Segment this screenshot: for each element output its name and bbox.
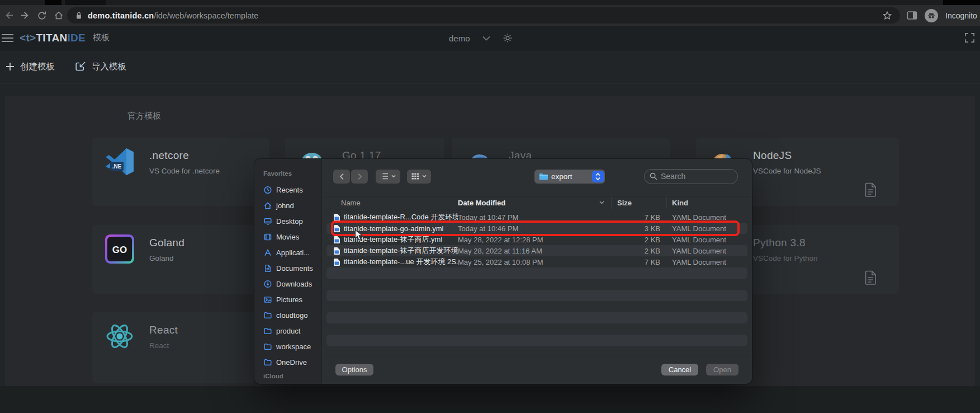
empty-row [326,267,747,279]
empty-row [326,290,747,301]
react-icon [103,320,136,353]
column-date-modified[interactable]: Date Modified [458,196,612,209]
list-view-button[interactable] [376,170,400,184]
options-button[interactable]: Options [335,364,373,376]
mouse-cursor [354,229,363,243]
yaml-file-icon [329,247,344,255]
template-card-netcore[interactable]: .NE .netcore VS Code for .netcore [92,138,269,206]
folder-icon [263,342,272,351]
template-file-icon[interactable] [864,270,878,285]
sidebar-item-movies[interactable]: Movies [263,229,321,245]
empty-row [326,323,747,335]
search-field[interactable] [644,169,738,184]
template-card-goland[interactable]: GO Goland Goland [92,225,269,294]
column-name[interactable]: Name [326,199,458,207]
dialog-toolbar: export [322,166,752,187]
url-path: /ide/web/workspace/template [154,11,258,20]
open-button[interactable]: Open [706,364,738,376]
browser-tab-strip [0,0,980,5]
fullscreen-icon[interactable] [964,32,975,43]
template-card-react[interactable]: React React [92,312,269,383]
back-icon[interactable] [0,7,17,24]
file-row[interactable]: titanide-template-R...Code 开发环境.yml Toda… [326,212,747,223]
current-folder-dropdown[interactable]: export [534,170,605,184]
sidebar-item-label: OneDrive [276,358,307,367]
back-chevron-button[interactable] [333,170,350,184]
incognito-avatar-icon[interactable] [925,9,938,22]
chevron-down-icon[interactable] [482,36,490,41]
home-icon[interactable] [50,7,67,24]
import-template-button[interactable]: 导入模板 [75,61,126,73]
empty-row [326,335,747,346]
file-row[interactable]: titanide-template-袜子商店.yml May 28, 2022 … [326,234,747,245]
sidebar-item-onedrive[interactable]: OneDrive [263,354,321,370]
folder-stepper-icon [592,171,604,182]
card-title: .netcore [149,149,220,162]
vscode-icon: .NE [103,146,136,178]
sidebar-item-workspace[interactable]: workspace [263,339,321,354]
folder-icon [263,358,272,367]
titanide-logo[interactable]: <t>TITANIDE [20,32,86,44]
menu-icon[interactable] [1,32,15,44]
folder-icon [539,173,548,180]
desktop-icon [263,217,272,226]
browser-toolbar: demo.titanide.cn/ide/web/workspace/templ… [0,5,980,26]
card-title: Goland [149,237,184,249]
yaml-file-icon [329,236,344,244]
sidebar-item-cloudtogo[interactable]: cloudtogo [263,307,321,323]
sidebar-item-documents[interactable]: Documents [263,260,321,276]
browser-right-controls: Incognito [907,9,977,22]
forward-icon[interactable] [17,7,34,24]
sidebar-item-recents[interactable]: Recents [263,182,321,198]
forward-chevron-button[interactable] [351,170,368,184]
search-input[interactable] [661,172,732,181]
file-kind: YAML Document [667,258,747,266]
reload-icon[interactable] [34,7,50,24]
file-table-header: Name Date Modified Size Kind [322,196,752,209]
card-subtitle: React [149,341,178,350]
current-folder-label: export [551,172,589,181]
yaml-file-icon [329,224,344,233]
svg-text:GO: GO [112,245,127,255]
sidebar-item-label: Applicati... [276,248,310,257]
yaml-file-icon [329,213,344,222]
lock-icon [75,11,83,20]
create-template-button[interactable]: 创建模板 [6,61,55,73]
file-kind: YAML Document [667,224,747,233]
gear-icon[interactable] [503,33,513,43]
sidebar-item-downloads[interactable]: Downloads [263,276,321,292]
file-row-go-admin[interactable]: titanide-template-go-admin.yml Today at … [326,223,747,234]
plus-icon [6,62,15,71]
bookmark-star-icon[interactable] [882,11,892,21]
sidebar-item-applications[interactable]: Applicati... [263,245,321,260]
file-row[interactable]: titanide-template-...ue 开发环境 2S.yml May … [326,256,747,267]
file-kind: YAML Document [667,247,747,255]
page-footer-strip [0,386,980,413]
address-bar[interactable]: demo.titanide.cn/ide/web/workspace/templ… [67,7,900,24]
file-row[interactable]: titanide-template-袜子商店开发环境.yml May 28, 2… [326,245,747,256]
column-size[interactable]: Size [612,196,667,209]
logo-titan: TITAN [36,32,67,44]
sidebar-item-johnd[interactable]: johnd [263,198,321,213]
cancel-button[interactable]: Cancel [661,364,698,376]
sidebar-item-label: cloudtogo [276,311,307,320]
file-name: titanide-template-袜子商店开发环境.yml [344,246,458,256]
sidebar-item-product[interactable]: product [263,323,321,339]
icloud-label: iCloud [263,373,321,379]
browser-tab-fragment[interactable] [45,0,61,5]
sidebar-item-desktop[interactable]: Desktop [263,213,321,229]
sidebar-item-label: workspace [276,342,311,351]
browser-tab-fragment[interactable] [65,0,106,5]
file-kind: YAML Document [667,236,747,244]
dialog-footer: Options Cancel Open [322,355,752,384]
file-date: May 25, 2022 at 10:08 PM [458,258,612,266]
sidebar-item-label: product [276,327,300,335]
side-panel-icon[interactable] [907,11,917,20]
goland-icon: GO [103,233,136,265]
template-actions-bar: 创建模板 导入模板 [0,50,980,83]
workspace-selector[interactable]: demo [449,34,470,43]
template-file-icon[interactable] [864,182,878,197]
group-view-button[interactable] [407,170,431,184]
sidebar-item-pictures[interactable]: Pictures [263,292,321,307]
column-kind[interactable]: Kind [667,199,747,207]
